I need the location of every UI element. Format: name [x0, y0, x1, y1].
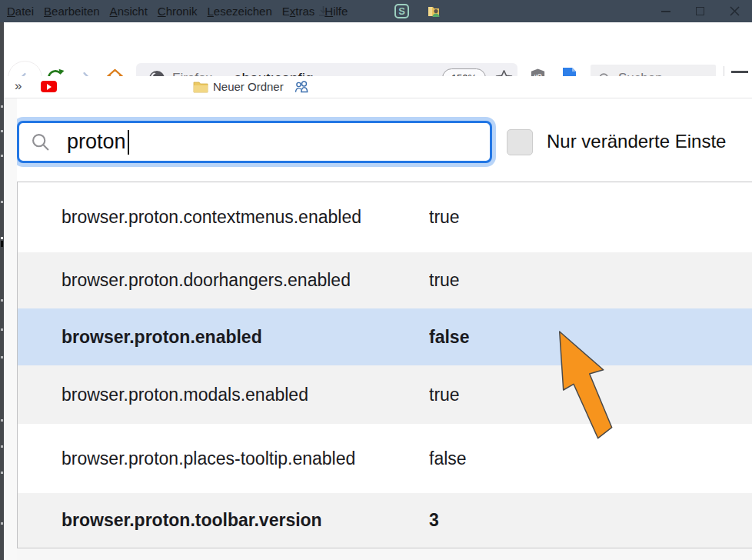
config-search-value: proton — [67, 130, 126, 154]
search-icon — [30, 132, 52, 153]
pref-value: true — [429, 207, 460, 228]
window-controls — [648, 0, 752, 22]
bookmark-folder-label[interactable]: Neuer Ordner — [213, 80, 284, 93]
left-gutter — [4, 98, 17, 560]
pref-row-modals[interactable]: browser.​proton.​modals.​enabled true — [18, 365, 752, 424]
pref-value: 3 — [429, 510, 439, 531]
menubar: Datei Bearbeiten Ansicht Chronik Lesezei… — [0, 5, 348, 18]
config-search-input[interactable]: proton — [17, 121, 492, 163]
youtube-bookmark-icon[interactable] — [41, 81, 57, 92]
people-bookmark-icon[interactable] — [293, 78, 311, 95]
bookmarks-overflow-icon[interactable]: » — [15, 78, 22, 94]
bookmarks-toolbar: » Neuer Ordner — [0, 76, 752, 98]
show-modified-checkbox[interactable] — [507, 129, 533, 155]
pref-name: browser.​proton.​doorhangers.​enabled — [62, 268, 368, 292]
pref-name: browser.​proton.​modals.​enabled — [62, 383, 368, 407]
window-titlebar: Datei Bearbeiten Ansicht Chronik Lesezei… — [0, 0, 752, 22]
download-icon — [317, 5, 330, 18]
pref-value: true — [429, 385, 460, 405]
text-caret — [128, 130, 129, 155]
menu-extras[interactable]: Extras — [282, 5, 315, 18]
pref-row-proton-enabled[interactable]: browser.​proton.​enabled false — [18, 308, 752, 365]
pref-name: browser.​proton.​toolbar.​version — [62, 508, 368, 532]
bookmark-folder-icon[interactable] — [193, 80, 208, 93]
pref-row-contextmenus[interactable]: browser.​proton.​contextmenus.​enabled t… — [18, 182, 752, 252]
pref-row-doorhangers[interactable]: browser.​proton.​doorhangers.​enabled tr… — [18, 252, 752, 308]
pref-value: false — [429, 327, 469, 348]
pref-name: browser.​proton.​enabled — [62, 325, 368, 349]
menu-lesezeichen[interactable]: Lesezeichen — [208, 5, 272, 18]
show-modified-label: Nur veränderte Einste — [547, 131, 752, 152]
minimize-button[interactable] — [648, 0, 683, 22]
pref-row-places-tooltip[interactable]: browser.​proton.​places-tooltip.​enabled… — [18, 424, 752, 493]
sharex-icon[interactable]: S — [394, 4, 409, 18]
cursor-arrow-pointer — [552, 326, 617, 443]
pref-name: browser.​proton.​contextmenus.​enabled — [62, 205, 368, 229]
close-button[interactable] — [717, 0, 752, 22]
page-bottom-area — [4, 549, 752, 560]
menu-ansicht[interactable]: Ansicht — [110, 5, 148, 18]
maximize-button[interactable] — [683, 0, 717, 22]
pref-value: true — [429, 270, 460, 291]
menu-bearbeiten[interactable]: Bearbeiten — [44, 5, 100, 18]
pref-name: browser.​proton.​places-tooltip.​enabled — [62, 447, 368, 471]
folder-user-icon[interactable] — [427, 4, 441, 18]
menu-chronik[interactable]: Chronik — [158, 5, 198, 18]
navigation-toolbar: Firefox about:config 150% uO Suchen — [0, 22, 752, 76]
preferences-table: browser.​proton.​contextmenus.​enabled t… — [17, 182, 752, 548]
pref-row-toolbar-version[interactable]: browser.​proton.​toolbar.​version 3 — [18, 493, 752, 548]
menu-datei[interactable]: Datei — [7, 5, 34, 18]
sidebar-strip — [0, 22, 4, 560]
pref-value: false — [429, 448, 467, 469]
